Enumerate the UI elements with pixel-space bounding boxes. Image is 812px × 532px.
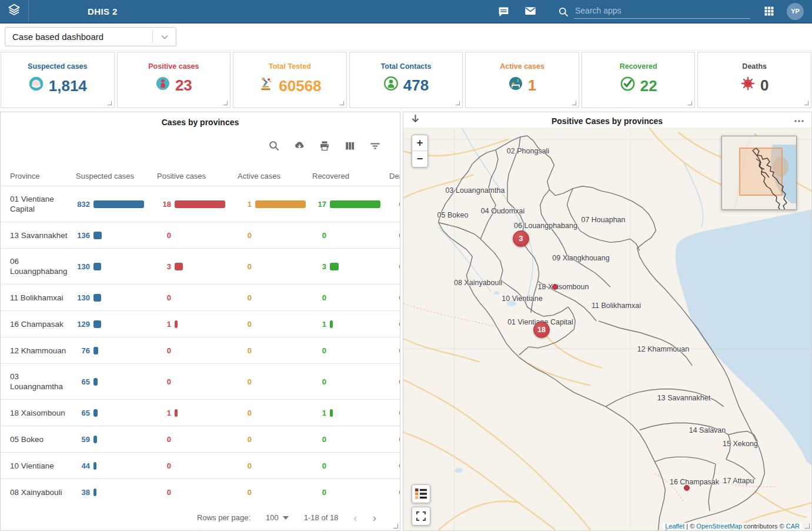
cell-value: 0 [157, 488, 171, 497]
resize-handle[interactable] [393, 524, 398, 528]
cell-value: 0 [389, 231, 400, 240]
cell-bar [330, 263, 339, 270]
pagination-range: 1-18 of 18 [304, 513, 339, 522]
download-cloud-icon[interactable] [293, 140, 305, 152]
resize-handle[interactable] [572, 101, 576, 105]
rows-per-page-select[interactable]: 100 [266, 513, 289, 522]
interpretations-chat-icon[interactable] [496, 4, 510, 18]
value-cell-active: 0 [238, 461, 312, 470]
resize-handle[interactable] [805, 524, 810, 528]
resize-handle[interactable] [804, 101, 808, 105]
value-cell-suspected: 130 [76, 262, 157, 271]
value-cell-deaths: 0 [389, 377, 400, 386]
columns-icon[interactable] [344, 140, 356, 152]
map-canvas[interactable]: 02 Phongsali03 Louangnamtha05 Bokeo04 Ou… [403, 128, 811, 530]
value-cell-positive: 1 [157, 409, 238, 417]
osm-link[interactable]: OpenStreetMap [696, 523, 742, 530]
map-case-marker[interactable] [552, 284, 558, 290]
resize-handle[interactable] [340, 101, 344, 105]
check-circle-icon [620, 76, 636, 96]
search-apps-input[interactable] [574, 4, 750, 19]
province-name: 13 Savannakhet [10, 230, 76, 240]
virus-icon [740, 76, 756, 95]
card-value: 1,814 [49, 77, 87, 95]
table-header-row: Province Suspected cases Positive cases … [1, 166, 400, 186]
value-cell-active: 0 [238, 293, 312, 302]
map-zoom-control: + − [412, 135, 428, 168]
col-header-recovered[interactable]: Recovered [312, 172, 389, 180]
previous-page-button[interactable]: ‹ [353, 514, 357, 522]
table-row: 01 Vientiane Capital832181170 [1, 186, 400, 222]
messages-mail-icon[interactable] [523, 4, 537, 18]
microscope-icon [258, 76, 274, 96]
resize-handle[interactable] [456, 101, 460, 105]
apps-grid-icon[interactable] [762, 4, 776, 18]
user-avatar[interactable]: YP [787, 3, 804, 20]
map-case-marker[interactable]: 18 [533, 322, 550, 338]
cell-value: 0 [312, 435, 326, 444]
cell-value: 0 [389, 346, 400, 355]
leaflet-link[interactable]: Leaflet [665, 523, 684, 530]
cell-bar [93, 488, 96, 496]
resize-handle[interactable] [688, 101, 692, 105]
value-cell-positive: 0 [157, 435, 238, 444]
cell-value: 0 [389, 377, 400, 386]
resize-handle[interactable] [223, 101, 228, 105]
col-header-deaths[interactable]: Deaths [389, 172, 400, 180]
cell-value: 129 [76, 320, 90, 329]
table-row: 08 Xainyabouli380000 [1, 479, 400, 505]
next-page-button[interactable]: › [373, 514, 376, 522]
value-cell-positive: 1 [157, 320, 238, 329]
table-row: 10 Vientiane440000 [1, 452, 400, 479]
cell-value: 0 [238, 293, 252, 302]
value-cell-active: 0 [238, 262, 312, 271]
cell-value: 0 [389, 409, 400, 417]
contact-person-icon [383, 76, 399, 95]
map-header: Positive Cases by provinces [403, 112, 811, 128]
filter-icon[interactable] [369, 140, 381, 152]
card-value: 0 [760, 76, 768, 95]
zoom-in-button[interactable]: + [412, 135, 427, 151]
fullscreen-icon[interactable] [412, 507, 430, 526]
card-value: 60568 [279, 77, 321, 95]
cell-value: 0 [389, 488, 400, 497]
dashboard-select[interactable]: Case based dashboard [5, 27, 176, 46]
cell-value: 18 [157, 200, 171, 209]
card-suspected-cases: Suspected cases 1,814 [1, 52, 115, 108]
search-icon[interactable] [268, 140, 280, 152]
download-arrow-icon[interactable] [410, 114, 420, 126]
value-cell-positive: 3 [157, 262, 238, 271]
value-cell-suspected: 65 [76, 377, 157, 386]
table-panel-title: Cases by provinces [1, 112, 400, 127]
resize-handle[interactable] [108, 101, 112, 105]
print-icon[interactable] [319, 140, 330, 152]
map-panel-title: Positive Cases by provinces [420, 114, 794, 126]
col-header-active[interactable]: Active cases [238, 172, 312, 180]
chevron-down-icon [152, 31, 176, 43]
province-name: 11 Bolikhamxai [10, 293, 76, 303]
cell-value: 0 [157, 377, 171, 386]
value-cell-recovered: 3 [312, 262, 389, 271]
dhis2-logo[interactable] [0, 0, 29, 22]
map-case-marker[interactable] [684, 485, 690, 491]
more-horizontal-icon[interactable] [794, 115, 804, 125]
value-cell-recovered: 0 [312, 346, 389, 355]
col-header-province[interactable]: Province [10, 172, 76, 180]
card-value: 478 [403, 76, 429, 95]
zoom-out-button[interactable]: − [412, 151, 427, 167]
col-header-suspected[interactable]: Suspected cases [76, 172, 157, 180]
rows-per-page-label: Rows per page: [197, 513, 250, 522]
legend-icon[interactable] [412, 484, 430, 503]
table-row: 12 Khammouan760000 [1, 337, 400, 363]
cases-table-panel: Cases by provinces [0, 112, 400, 531]
value-cell-suspected: 129 [76, 320, 157, 329]
overview-minimap[interactable] [721, 136, 797, 210]
cell-value: 832 [76, 200, 90, 209]
col-header-positive[interactable]: Positive cases [157, 172, 238, 180]
map-case-marker[interactable]: 3 [513, 230, 529, 247]
cell-bar [93, 462, 96, 470]
search-icon[interactable] [556, 5, 570, 19]
province-name: 08 Xainyabouli [10, 487, 76, 497]
carto-link[interactable]: CAR [786, 523, 800, 530]
card-total-contacts: Total Contacts 478 [349, 52, 463, 108]
